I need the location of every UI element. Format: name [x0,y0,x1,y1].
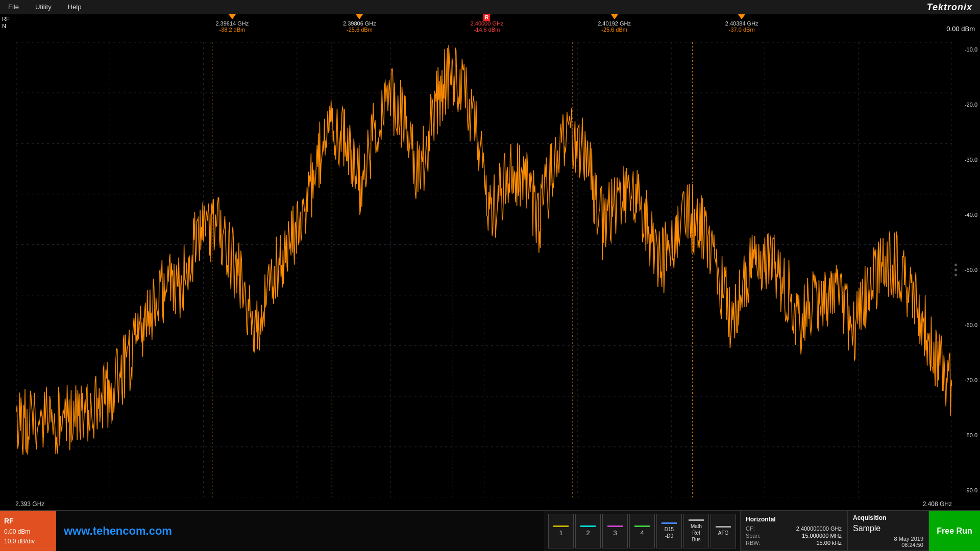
trace-math-label: Math Ref Bus [691,523,702,543]
acquisition-date: 8 May 2019 [853,536,923,542]
y-label-70: -70.0 [954,377,977,383]
y-label-10: -10.0 [954,46,977,53]
freq-left: 2.393 GHz [15,500,44,508]
trace-d15-line [662,522,677,524]
horizontal-panel: Horizontal CF: 2.400000000 GHz Span: 15.… [740,511,847,551]
bottom-bar: RF 0.00 dBm 10.0 dB/div www.tehencom.com… [0,510,980,551]
acquisition-title: Acquisition [853,514,923,521]
marker-4: 2.40192 GHz -25.6 dBm [598,14,631,33]
trace-2-label: 2 [586,529,590,537]
span-value: 15.000000 MHz [802,533,842,539]
acquisition-mode: Sample [853,524,923,533]
menu-file[interactable]: File [5,2,22,12]
trace-3-button[interactable]: 3 [602,514,628,548]
rbw-label: RBW: [746,540,761,546]
left-margin [0,42,16,497]
trace-afg-label: AFG [718,530,729,536]
tektronix-logo: Tektronix [927,2,972,12]
trace-3-label: 3 [613,529,617,537]
freq-right: 2.408 GHz [923,500,952,508]
y-label-50: -50.0 [954,267,977,273]
trace-4-button[interactable]: 4 [629,514,655,548]
trace-4-label: 4 [640,529,644,537]
y-label-20: -20.0 [954,102,977,108]
trace-3-line [607,525,623,527]
trace-afg-button[interactable]: AFG [710,514,736,548]
horizontal-title: Horizontal [746,516,842,523]
marker-1: 2.39614 GHz -38.2 dBm [215,14,249,33]
trace-2-line [580,525,596,527]
trace-math-line [689,519,704,521]
trace-afg-line [716,526,731,528]
trace-d15-label: D15 -D0 [665,526,674,539]
ref-level: 0.00 dBm [946,24,975,32]
trace-buttons: 1 2 3 4 D15 -D0 Math Ref Bus [544,511,740,551]
trace-1-line [553,525,569,527]
rbw-value: 15.00 kHz [816,540,842,546]
menu-bar: File Utility Help Tektronix [0,0,980,14]
y-label-80: -80.0 [954,432,977,438]
cf-value: 2.400000000 GHz [796,525,842,532]
marker-5: 2.40384 GHz -37.0 dBm [725,14,758,33]
main-content: RF N 0.00 dBm 2.39614 GHz -38.2 dBm 2.39… [0,14,980,551]
rf-div: 10.0 dB/div [4,537,52,546]
trace-2-button[interactable]: 2 [575,514,601,548]
trace-4-line [634,525,650,527]
trace-1-label: 1 [559,529,562,537]
horizontal-span-row: Span: 15.000000 MHz [746,533,842,539]
trace-1-button[interactable]: 1 [548,514,574,548]
free-run-button[interactable]: Free Run [929,511,980,551]
y-label-90: -90.0 [954,487,977,493]
marker-bar: RF N 0.00 dBm 2.39614 GHz -38.2 dBm 2.39… [0,14,980,42]
trace-d15-button[interactable]: D15 -D0 [656,514,682,548]
rf-indicator: RF N [0,14,12,31]
trace-math-button[interactable]: Math Ref Bus [683,514,709,548]
datetime: 8 May 2019 08:24:50 [853,536,923,548]
marker-r: R 2.40000 GHz -14.8 dBm [471,14,504,33]
vert-dots [954,264,957,277]
acquisition-panel: Acquisition Sample 8 May 2019 08:24:50 [847,511,929,551]
chart-area: -10.0 -20.0 -30.0 -40.0 -50.0 -60.0 -70.… [0,42,980,497]
menu-help[interactable]: Help [65,2,85,12]
y-label-30: -30.0 [954,157,977,163]
acquisition-time: 08:24:50 [853,542,923,548]
cf-label: CF: [746,525,755,532]
horizontal-cf-row: CF: 2.400000000 GHz [746,525,842,532]
freq-bar: 2.393 GHz 2.408 GHz [0,497,980,510]
website-text: www.tehencom.com [64,524,172,538]
rf-info-title: RF [4,515,52,527]
marker-2: 2.39806 GHz -25.6 dBm [343,14,376,33]
website-area: www.tehencom.com [56,511,544,551]
rf-ref-level: 0.00 dBm [4,527,52,537]
span-label: Span: [746,533,761,539]
chart-canvas-container [16,42,952,497]
y-label-40: -40.0 [954,212,977,218]
spectrum-canvas [16,42,952,497]
horizontal-rbw-row: RBW: 15.00 kHz [746,540,842,546]
y-label-60: -60.0 [954,322,977,328]
menu-utility[interactable]: Utility [32,2,55,12]
rf-info-box: RF 0.00 dBm 10.0 dB/div [0,511,56,551]
